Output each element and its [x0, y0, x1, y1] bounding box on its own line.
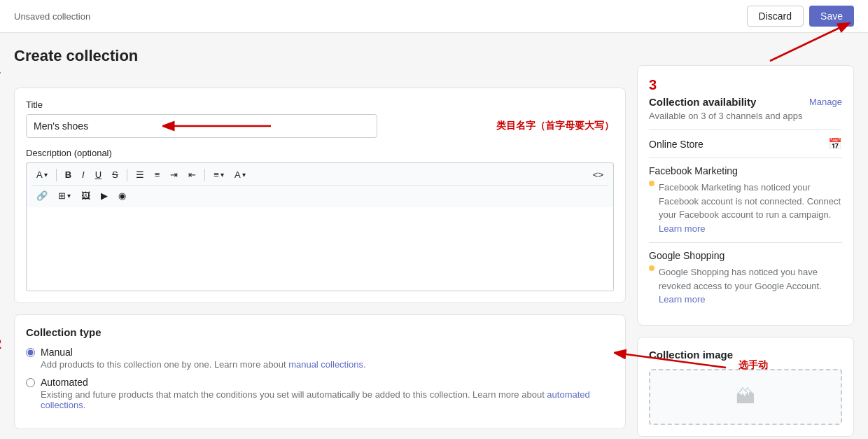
manual-collections-link[interactable]: manual collections.	[288, 359, 366, 370]
availability-subtitle: Available on 3 of 3 channels and apps	[649, 111, 842, 121]
automated-desc: Existing and future products that match …	[41, 389, 614, 410]
google-bullet	[649, 265, 654, 271]
annotation-3: 3	[649, 77, 842, 93]
toolbar-ol-btn[interactable]: ≡	[150, 167, 164, 182]
unsaved-label: Unsaved collection	[14, 11, 90, 22]
online-store-label: Online Store	[649, 139, 704, 150]
facebook-learn-more[interactable]: Learn more	[659, 223, 705, 234]
toolbar-outdent-btn[interactable]: ⇤	[184, 167, 200, 182]
toolbar-table-btn[interactable]: ⊞ ▾	[54, 188, 75, 203]
availability-header: Collection availability Manage	[649, 96, 842, 108]
collection-type-card: 2 Collection type Manual Add products to…	[14, 314, 626, 429]
calendar-icon[interactable]: 📅	[828, 137, 842, 151]
google-shopping-section: Google Shopping Google Shopping has noti…	[649, 242, 842, 314]
chinese-manual-label: 选手动	[738, 359, 768, 372]
toolbar-sep-2	[127, 169, 127, 181]
automated-option: Automated Existing and future products t…	[26, 377, 614, 410]
image-placeholder[interactable]: 🏔	[649, 369, 842, 425]
collection-image-card: Collection image 🏔	[637, 337, 854, 437]
manage-link[interactable]: Manage	[809, 97, 842, 107]
svg-line-2	[770, 26, 844, 61]
desc-label: Description (optional)	[26, 148, 614, 158]
automated-radio[interactable]	[26, 378, 35, 387]
google-title: Google Shopping	[649, 250, 842, 261]
toolbar-indent-btn[interactable]: ⇥	[166, 167, 182, 182]
facebook-warning-row: Facebook Marketing has noticed your Face…	[649, 181, 842, 235]
collection-image-title: Collection image	[649, 349, 842, 361]
chinese-title-label: 类目名字（首字母要大写）	[496, 120, 614, 132]
toolbar-strike-btn[interactable]: S	[108, 167, 122, 182]
image-icon: 🏔	[736, 385, 755, 408]
google-warning-text: Google Shopping has noticed you have rev…	[659, 265, 842, 307]
collection-type-title: Collection type	[26, 326, 614, 338]
toolbar-code-btn[interactable]: <>	[589, 167, 608, 182]
toolbar-align-btn[interactable]: ≡ ▾	[209, 167, 228, 182]
description-editor[interactable]	[26, 207, 614, 291]
toolbar-color-btn[interactable]: A ▾	[230, 167, 250, 182]
manual-label: Manual	[41, 347, 366, 358]
facebook-marketing-section: Facebook Marketing Facebook Marketing ha…	[649, 158, 842, 242]
title-input[interactable]	[26, 114, 377, 138]
facebook-title: Facebook Marketing	[649, 165, 842, 176]
manual-radio[interactable]	[26, 348, 35, 357]
google-warning-row: Google Shopping has noticed you have rev…	[649, 265, 842, 307]
automated-collections-link[interactable]: automated collections.	[41, 389, 590, 410]
toolbar-font-btn[interactable]: A ▾	[32, 167, 52, 182]
google-learn-more[interactable]: Learn more	[659, 294, 705, 305]
toolbar-image-btn[interactable]: 🖼	[77, 188, 94, 203]
online-store-channel: Online Store 📅	[649, 130, 842, 158]
toolbar-link-btn[interactable]: 🔗	[32, 188, 52, 203]
facebook-bullet	[649, 181, 654, 186]
annotation-1: 1	[0, 61, 1, 77]
toolbar-underline-btn[interactable]: U	[91, 167, 106, 182]
toolbar-video-btn[interactable]: ▶	[97, 188, 112, 203]
manual-desc: Add products to this collection one by o…	[41, 359, 366, 370]
availability-title: Collection availability	[649, 96, 756, 108]
arrow-to-save	[714, 19, 854, 68]
facebook-warning-text: Facebook Marketing has noticed your Face…	[659, 181, 842, 235]
toolbar-bold-btn[interactable]: B	[61, 167, 76, 182]
page-title: Create collection	[14, 47, 626, 65]
toolbar-sep-1	[56, 169, 57, 181]
title-label: Title	[26, 99, 614, 110]
automated-label: Automated	[41, 377, 614, 388]
availability-card: 3 Collection availability Manage Availab…	[637, 65, 854, 326]
main-form-card: Title 类目名字（首字母要大写） Description (optional…	[14, 88, 626, 303]
toolbar-sep-3	[204, 169, 205, 181]
annotation-2: 2	[0, 336, 1, 352]
toolbar-italic-btn[interactable]: I	[78, 167, 89, 182]
toolbar-ul-btn[interactable]: ☰	[132, 167, 148, 182]
toolbar-embed-btn[interactable]: ◉	[114, 188, 130, 203]
